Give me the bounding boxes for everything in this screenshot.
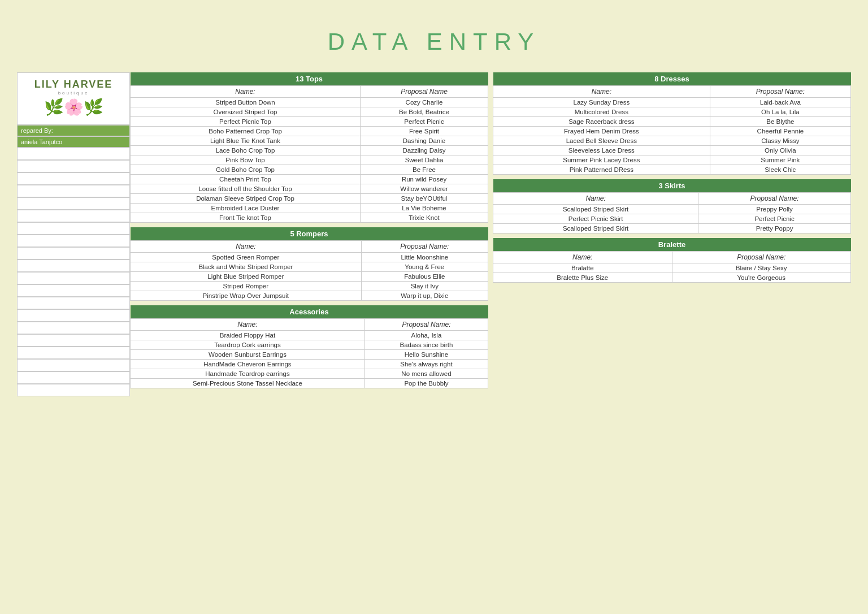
table-cell: Light Blue Striped Romper <box>131 272 362 282</box>
table-cell: Aloha, Isla <box>364 331 488 340</box>
table-cell: Young & Free <box>361 262 488 272</box>
table-row: Summer Pink Lacey DressSummer Pink <box>493 155 851 165</box>
table-cell: Slay it Ivy <box>361 282 488 291</box>
table-row: HandMade Cheveron EarringsShe's always r… <box>131 360 488 369</box>
table-cell: Perfect Picnic Top <box>131 117 361 127</box>
table-cell: You're Gorgeous <box>672 273 851 283</box>
table-cell: Dazzling Daisy <box>361 146 488 155</box>
rompers-col1: Name: <box>131 241 362 253</box>
sidebar-cell <box>17 235 130 247</box>
table-row: Scalloped Striped SkirtPretty Poppy <box>493 224 851 234</box>
table-cell: Sleek Chic <box>710 165 850 175</box>
table-row: Loose fitted off the Shoulder TopWillow … <box>131 184 488 194</box>
table-cell: Sleeveless Lace Dress <box>493 146 710 155</box>
table-cell: Sage Racerback dress <box>493 117 710 127</box>
bralette-col1: Name: <box>493 252 672 263</box>
tops-col1: Name: <box>131 86 361 98</box>
sidebar-cell <box>17 384 130 396</box>
table-cell: Light Blue Tie Knot Tank <box>131 136 361 146</box>
tops-col2: Proposal Name <box>361 86 488 98</box>
table-row: Multicolored DressOh La la, Lila <box>493 107 851 117</box>
table-cell: Scalloped Striped Skirt <box>493 205 698 214</box>
table-cell: Laid-back Ava <box>710 98 850 107</box>
accessories-header: Acessories <box>131 305 488 319</box>
table-row: Striped RomperSlay it Ivy <box>131 282 488 291</box>
dresses-col2: Proposal Name: <box>710 86 850 98</box>
accessories-table: Acessories Name: Proposal Name: Braided … <box>130 305 488 388</box>
sidebar-cell <box>17 334 130 347</box>
table-cell: Lazy Sunday Dress <box>493 98 710 107</box>
skirts-header: 3 Skirts <box>493 179 851 193</box>
prepared-by-name: aniela Tanjutco <box>17 136 130 148</box>
table-row: Light Blue Striped RomperFabulous Ellie <box>131 272 488 282</box>
table-row: Oversized Striped TopBe Bold, Beatrice <box>131 107 488 117</box>
table-cell: Handmade Teardrop earrings <box>131 369 365 379</box>
table-row: Spotted Green RomperLittle Moonshine <box>131 253 488 262</box>
table-cell: Pinstripe Wrap Over Jumpsuit <box>131 291 362 301</box>
sidebar-cell <box>17 148 130 160</box>
table-cell: Sweet Dahlia <box>361 155 488 165</box>
tops-header: 13 Tops <box>131 72 488 86</box>
table-row: Bralette Plus SizeYou're Gorgeous <box>493 273 851 283</box>
table-cell: Summer Pink <box>710 155 850 165</box>
rompers-col2: Proposal Name: <box>361 241 488 253</box>
table-row: Handmade Teardrop earringsNo mens allowe… <box>131 369 488 379</box>
table-cell: Preppy Polly <box>698 205 851 214</box>
table-row: Front Tie knot TopTrixie Knot <box>131 213 488 223</box>
sidebar-cell <box>17 160 130 172</box>
table-cell: Scalloped Striped Skirt <box>493 224 698 234</box>
table-cell: Teardrop Cork earrings <box>131 340 365 350</box>
sidebar-cell <box>17 347 130 359</box>
table-row: Sleeveless Lace DressOnly Olivia <box>493 146 851 155</box>
table-cell: Cheetah Print Top <box>131 175 361 184</box>
table-cell: Wooden Sunburst Earrings <box>131 350 365 360</box>
table-row: Lace Boho Crop TopDazzling Daisy <box>131 146 488 155</box>
prepared-by-label: repared By: <box>17 125 130 136</box>
table-cell: Striped Button Down <box>131 98 361 107</box>
table-row: Braided Floppy HatAloha, Isla <box>131 331 488 340</box>
sidebar-cell <box>17 222 130 235</box>
table-cell: Little Moonshine <box>361 253 488 262</box>
table-row: Boho Patterned Crop TopFree Spirit <box>131 127 488 136</box>
sidebar-cell <box>17 197 130 210</box>
table-row: Sage Racerback dressBe Blythe <box>493 117 851 127</box>
skirts-col2: Proposal Name: <box>698 193 851 205</box>
table-cell: Cozy Charlie <box>361 98 488 107</box>
table-cell: Bralatte <box>493 263 672 273</box>
table-cell: Be Blythe <box>710 117 850 127</box>
table-cell: HandMade Cheveron Earrings <box>131 360 365 369</box>
table-row: Wooden Sunburst EarringsHello Sunshine <box>131 350 488 360</box>
sidebar-cell <box>17 371 130 384</box>
bralette-header: Bralette <box>493 238 851 252</box>
table-cell: Warp it up, Dixie <box>361 291 488 301</box>
table-row: Black and White Striped RomperYoung & Fr… <box>131 262 488 272</box>
table-row: Pink Bow TopSweet Dahlia <box>131 155 488 165</box>
table-cell: Classy Missy <box>710 136 850 146</box>
table-row: Pinstripe Wrap Over JumpsuitWarp it up, … <box>131 291 488 301</box>
skirts-table: 3 Skirts Name: Proposal Name: Scalloped … <box>493 179 851 234</box>
table-cell: Gold Boho Crop Top <box>131 165 361 175</box>
table-cell: Embroided Lace Duster <box>131 204 361 213</box>
table-row: Embroided Lace DusterLa Vie Boheme <box>131 204 488 213</box>
table-row: Scalloped Striped SkirtPreppy Polly <box>493 205 851 214</box>
logo-area: LILY HARVEE boutique 🌿🌸🌿 <box>17 72 130 125</box>
sidebar: LILY HARVEE boutique 🌿🌸🌿 repared By: ani… <box>17 72 130 396</box>
table-cell: She's always right <box>364 360 488 369</box>
logo-text: LILY HARVEE <box>23 79 124 90</box>
table-cell: Oh La la, Lila <box>710 107 850 117</box>
sidebar-cell <box>17 284 130 297</box>
table-cell: Boho Patterned Crop Top <box>131 127 361 136</box>
table-cell: Laced Bell Sleeve Dress <box>493 136 710 146</box>
table-cell: Badass since birth <box>364 340 488 350</box>
table-cell: Spotted Green Romper <box>131 253 362 262</box>
table-cell: No mens allowed <box>364 369 488 379</box>
bralette-col2: Proposal Name: <box>672 252 851 263</box>
table-cell: Fabulous Ellie <box>361 272 488 282</box>
table-row: Teardrop Cork earringsBadass since birth <box>131 340 488 350</box>
table-cell: Loose fitted off the Shoulder Top <box>131 184 361 194</box>
tops-table: 13 Tops Name: Proposal Name Striped Butt… <box>130 72 488 223</box>
table-row: Perfect Picnic TopPerfect Picnic <box>131 117 488 127</box>
table-cell: Trixie Knot <box>361 213 488 223</box>
table-cell: Bralette Plus Size <box>493 273 672 283</box>
table-cell: Perfect Picnic <box>361 117 488 127</box>
